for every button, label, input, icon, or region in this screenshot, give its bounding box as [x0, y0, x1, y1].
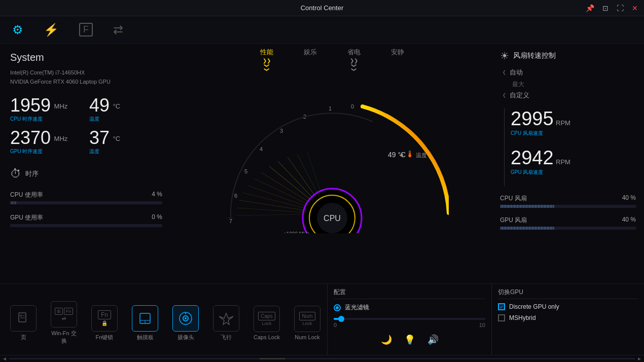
- gpu-temp-unit: °C: [113, 135, 121, 142]
- cpu-progress-bar: [10, 201, 162, 204]
- system-title: System: [10, 52, 162, 63]
- shortcut-touchpad[interactable]: 触摸板: [130, 305, 160, 341]
- titlebar: Control Center 📌 ⊡ ⛶ ✕: [0, 0, 644, 16]
- svg-text:x1000 MHz: x1000 MHz: [284, 231, 310, 233]
- fan-options: 《 自动 最大 《 自定义: [500, 68, 636, 100]
- svg-text:7: 7: [229, 218, 232, 224]
- cpu-fan-speed-label: CPU 风扇速度: [511, 130, 636, 137]
- cpu-fan-usage: CPU 风扇 40 %: [500, 194, 636, 208]
- moon-icon[interactable]: 🌙: [381, 334, 392, 345]
- fnlock-icon: Fn 🔒: [91, 305, 118, 332]
- fan-auto-label: 自动: [510, 68, 523, 77]
- scroll-track[interactable]: [9, 358, 635, 359]
- cpu-usage-section: CPU 使用率 4 %: [10, 191, 162, 204]
- gpu-option-mshybrid[interactable]: MSHybrid: [498, 314, 638, 321]
- gpu-usage-section: GPU 使用率 0 %: [10, 213, 162, 227]
- gpu-freq-unit: MHz: [54, 135, 68, 142]
- slider-labels: 0 10: [334, 322, 485, 328]
- clock-icon: ⏱: [10, 167, 21, 180]
- shortcut-flight[interactable]: 飞行: [211, 305, 241, 341]
- shortcut-capslock[interactable]: Caps Lock Caps Lock: [252, 306, 282, 340]
- shortcut-winfn[interactable]: ⊞ Fn ⇄ Win-Fn 交换: [49, 301, 79, 345]
- nav-tab-performance[interactable]: ⚡: [40, 21, 63, 39]
- gauge-area: // We'll use defs instead 7 6 5: [216, 76, 449, 233]
- fan-header: ☀ 风扇转速控制: [500, 50, 636, 62]
- window-title: Control Center: [301, 4, 344, 12]
- cpu-fan-label: CPU 风扇: [500, 194, 527, 203]
- cpu-fan-speed-value: 2995: [511, 108, 554, 129]
- fan-title: 风扇转速控制: [513, 51, 556, 60]
- brightness-icon[interactable]: 💡: [404, 334, 415, 345]
- page-label: 页: [21, 334, 26, 341]
- gpu-freq-block: 2370 MHz GPU 时序速度: [10, 129, 83, 155]
- cpu-freq-unit: MHz: [54, 102, 68, 110]
- cpu-usage-pct: 4 %: [152, 191, 162, 199]
- nav-tabs: ⚙ ⚡ F ⇄: [0, 16, 644, 44]
- time-section: ⏱ 时序: [10, 167, 162, 180]
- scroll-right[interactable]: ►: [637, 356, 642, 361]
- cpu-temp-value: 49: [89, 95, 110, 116]
- chevron-icon-auto: 《: [500, 69, 506, 77]
- gpu-option-discrete[interactable]: Discrete GPU only: [498, 303, 638, 310]
- shortcuts-panel: 页 ⊞ Fn ⇄ Win-Fn 交换 Fn 🔒 Fn键锁: [0, 284, 327, 362]
- gpu-model: NVIDIA GeForce RTX 4060 Laptop GPU: [10, 78, 162, 87]
- cpu-usage-label: CPU 使用率: [10, 191, 43, 199]
- shortcut-fnlock[interactable]: Fn 🔒 Fn键锁: [89, 305, 120, 341]
- shortcut-numlock[interactable]: Num Lock Num Lock: [292, 306, 323, 340]
- left-panel: System Intel(R) Core(TM) i7-14650HX NVID…: [0, 44, 172, 283]
- mode-tab-performance[interactable]: 性能 ❯❯: [260, 48, 273, 70]
- scroll-left[interactable]: ◄: [2, 356, 7, 361]
- slider-container[interactable]: 0 10: [334, 316, 485, 330]
- cpu-fan-fill: [500, 205, 554, 208]
- gpu-progress-bar: [10, 224, 162, 227]
- blue-filter: 蓝光滤镜: [334, 303, 485, 312]
- gpu-fan-header: GPU 风扇 40 %: [500, 216, 636, 225]
- svg-text:◄: ◄: [398, 152, 404, 159]
- gpu-fan-progress: [500, 227, 636, 230]
- gpu-fan-usage: GPU 风扇 40 %: [500, 216, 636, 230]
- nav-tab-fn[interactable]: F: [75, 21, 97, 39]
- winfn-icon: ⊞ Fn ⇄: [51, 301, 77, 328]
- slider-min: 0: [334, 322, 337, 328]
- gpu-temp-label: 温度: [89, 148, 162, 155]
- close-btn[interactable]: ✕: [632, 4, 638, 12]
- nav-tab-link[interactable]: ⇄: [109, 21, 127, 39]
- svg-text:3: 3: [280, 128, 283, 134]
- mode-tab-quiet[interactable]: 安静: [391, 48, 404, 70]
- numlock-icon: Num Lock: [294, 306, 320, 332]
- fan-option-custom[interactable]: 《 自定义: [500, 91, 636, 100]
- shortcut-camera[interactable]: 摄像头: [170, 305, 201, 341]
- discrete-checkbox[interactable]: [498, 303, 505, 310]
- mshybrid-checkbox[interactable]: [498, 314, 505, 321]
- cpu-model: Intel(R) Core(TM) i7-14650HX: [10, 68, 162, 78]
- gpu-fan-pct: 40 %: [622, 216, 636, 225]
- svg-text:温度: 温度: [416, 152, 427, 158]
- time-label: 时序: [25, 169, 39, 178]
- filter-radio[interactable]: [334, 304, 341, 311]
- gpu-fan-label: GPU 风扇: [500, 216, 527, 225]
- svg-text:6: 6: [234, 193, 237, 199]
- gpu-fan-speed-block: 2942 RPM GPU 风扇速度: [511, 147, 636, 176]
- filter-label: 蓝光滤镜: [345, 303, 369, 312]
- pin-btn[interactable]: 📌: [586, 4, 594, 12]
- slider-thumb[interactable]: [338, 316, 344, 322]
- mode-tab-powersave[interactable]: 省电 ❯❯: [347, 48, 361, 70]
- maximize-btn[interactable]: ⛶: [617, 4, 624, 12]
- mode-tab-entertainment[interactable]: 娱乐: [304, 48, 317, 70]
- config-title: 配置: [334, 288, 485, 299]
- mode-tabs: 性能 ❯❯ 娱乐 省电 ❯❯ 安静: [260, 44, 404, 74]
- system-info: Intel(R) Core(TM) i7-14650HX NVIDIA GeFo…: [10, 68, 162, 86]
- cpu-usage-header: CPU 使用率 4 %: [10, 191, 162, 199]
- gpu-freq-label: GPU 时序速度: [10, 148, 83, 155]
- fan-max-label: 最大: [512, 80, 636, 89]
- config-panel: 配置 蓝光滤镜 0 10 🌙 💡 🔊: [327, 284, 492, 362]
- winfn-label: Win-Fn 交换: [49, 330, 79, 345]
- cpu-freq-label: CPU 时序速度: [10, 116, 83, 123]
- restore-btn[interactable]: ⊡: [602, 4, 609, 12]
- audio-icon[interactable]: 🔊: [427, 334, 439, 345]
- chevron-icon-custom: 《: [500, 92, 506, 99]
- fan-option-auto[interactable]: 《 自动: [500, 68, 636, 77]
- shortcut-page[interactable]: 页: [8, 305, 39, 341]
- nav-tab-system[interactable]: ⚙: [8, 21, 27, 39]
- center-panel: 性能 ❯❯ 娱乐 省电 ❯❯ 安静 //: [172, 44, 492, 283]
